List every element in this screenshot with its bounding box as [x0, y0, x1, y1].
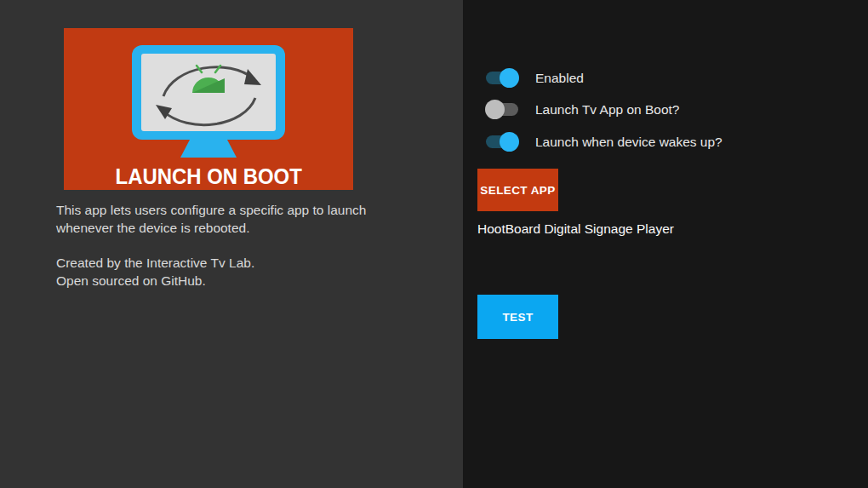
- app-credits: Created by the Interactive Tv Lab. Open …: [56, 255, 431, 290]
- switch-thumb: [500, 68, 519, 88]
- app-banner: LAUNCH ON BOOT: [64, 28, 353, 190]
- description-line: whenever the device is rebooted.: [56, 220, 431, 238]
- selected-app-name: HootBoard Digital Signage Player: [477, 221, 674, 237]
- launch-on-wake-label: Launch when device wakes up?: [535, 135, 722, 150]
- launch-tv-app-switch[interactable]: [485, 100, 519, 119]
- switch-thumb: [500, 132, 519, 152]
- tv-stand: [180, 140, 237, 158]
- select-app-button[interactable]: SELECT APP: [477, 169, 558, 211]
- credits-line: Created by the Interactive Tv Lab.: [56, 255, 431, 273]
- info-panel: LAUNCH ON BOOT This app lets users confi…: [0, 0, 463, 488]
- enabled-label: Enabled: [535, 71, 584, 86]
- description-line: This app lets users configure a specific…: [56, 202, 431, 220]
- switch-thumb: [485, 100, 505, 119]
- banner-title: LAUNCH ON BOOT: [115, 164, 301, 190]
- toggle-row-launch-tv-app: Launch Tv App on Boot?: [485, 100, 680, 119]
- toggle-row-enabled: Enabled: [485, 68, 584, 88]
- app-description: This app lets users configure a specific…: [56, 202, 431, 237]
- toggle-row-launch-on-wake: Launch when device wakes up?: [485, 132, 722, 152]
- enabled-switch[interactable]: [485, 68, 519, 88]
- launch-tv-app-label: Launch Tv App on Boot?: [535, 102, 680, 118]
- tv-reboot-illustration: [131, 44, 286, 158]
- settings-panel: Enabled Launch Tv App on Boot? Launch wh…: [463, 0, 868, 488]
- credits-line: Open sourced on GitHub.: [56, 273, 431, 290]
- launch-on-wake-switch[interactable]: [485, 132, 519, 152]
- test-button[interactable]: TEST: [477, 295, 558, 339]
- launch-on-boot-app-screen: LAUNCH ON BOOT This app lets users confi…: [0, 0, 868, 488]
